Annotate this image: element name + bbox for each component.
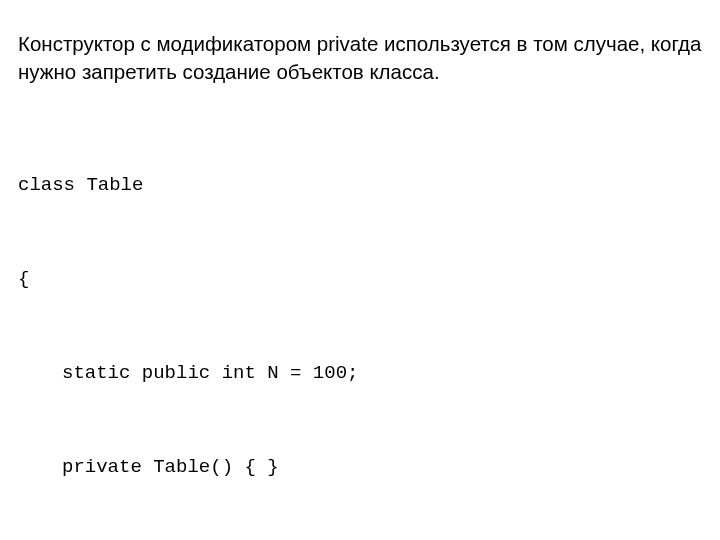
paragraph-description: Конструктор с модификатором private испо… <box>18 30 702 85</box>
code-line-field: static public int N = 100; <box>18 358 702 389</box>
code-line-open-brace: { <box>18 264 702 295</box>
code-block: class Table { static public int N = 100;… <box>18 107 702 540</box>
code-line-class: class Table <box>18 170 702 201</box>
code-line-constructor: private Table() { } <box>18 452 702 483</box>
